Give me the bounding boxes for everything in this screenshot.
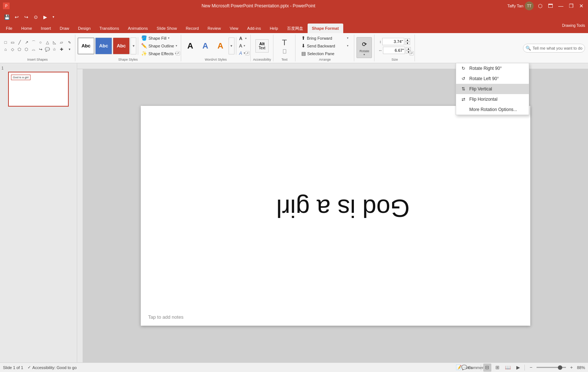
zoom-in-button[interactable]: + [567,364,576,372]
style-more[interactable]: ▾ [130,37,136,54]
tab-shapeformat[interactable]: Shape Format [308,24,343,33]
wordart-orange[interactable]: A [214,37,227,54]
tab-animations[interactable]: Animations [123,24,152,33]
shape-styles-launcher[interactable]: ↗ [176,51,180,56]
height-icon: ↕ [379,39,381,44]
quick-access-more[interactable]: ▾ [51,13,56,21]
selection-pane-button[interactable]: ▤ Selection Pane [299,50,351,57]
shape-triangle[interactable]: △ [44,39,51,46]
slide-thumbnail[interactable]: God is a girl [8,72,69,107]
shape-pentagon[interactable]: ⬠ [16,46,23,53]
tab-transitions[interactable]: Transitions [95,24,123,33]
shape-oval[interactable]: ○ [37,39,44,46]
ribbon-collapse-button[interactable]: 🗖 [547,2,554,10]
tab-design[interactable]: Design [74,24,95,33]
shape-callout[interactable]: 💬 [44,46,51,53]
shape-trapezoid[interactable]: ⌂ [2,46,9,53]
tab-record[interactable]: Record [181,24,203,33]
restore-button[interactable]: ❐ [567,2,575,10]
slideshow-button[interactable]: ▶ [514,364,522,372]
comments-button[interactable]: 💬 Comments [470,364,478,372]
height-input[interactable]: 3.74" [382,38,404,45]
tab-draw[interactable]: Draw [55,24,74,33]
ribbon-search[interactable]: 🔍 Tell me what you want to do [523,44,585,53]
shape-arrow-line[interactable]: ↗ [23,39,30,46]
tap-to-add-notes[interactable]: Tap to add notes [148,314,183,320]
style-preset-2[interactable]: Abc [95,37,112,54]
shapes-expand[interactable]: ▾ [66,46,73,53]
ribbon-group-arrange: ⬆ Bring Forward ▾ ⬇ Send Backward ▾ ▤ Se… [295,35,354,61]
more-rotation-option[interactable]: More Rotation Options... [456,104,529,115]
flip-horizontal-option[interactable]: ⇄ Flip Horizontal [456,94,529,104]
shape-edit-points[interactable]: ✎ [66,39,73,46]
style-preset-1[interactable]: Abc [78,37,94,54]
text-fill-button[interactable]: A ▾ [238,35,248,42]
shape-rect[interactable]: □ [2,39,9,46]
user-avatar[interactable]: TT [525,1,534,10]
tab-slideshow[interactable]: Slide Show [152,24,181,33]
height-down[interactable]: ▼ [405,42,410,45]
shape-outline-button[interactable]: ✏️ Shape Outline ▾ [140,42,179,49]
text-outline-button[interactable]: A ▾ [238,43,248,49]
shape-line[interactable]: ╱ [16,39,23,46]
tab-file[interactable]: File [1,24,17,33]
more-rotation-icon [460,107,466,112]
wordart-content: A A A ▾ A ▾ A ▾ A ▾ [183,35,248,57]
wordart-black[interactable]: A [183,37,197,54]
zoom-thumb[interactable] [558,365,562,370]
tab-view[interactable]: View [225,24,243,33]
reading-view-button[interactable]: 📖 [504,364,512,372]
width-input[interactable]: 6.67" [383,47,405,54]
tab-baiduabc[interactable]: 百度网盘 [283,24,308,33]
slide-canvas[interactable]: God is a girl Tap to add notes [141,106,530,326]
shape-right-triangle[interactable]: ◺ [51,39,58,46]
undo-button[interactable]: ↩ [12,13,21,21]
zoom-out-button[interactable]: − [527,364,535,372]
rotate-button[interactable]: ⟳ Rotate ▾ [356,37,372,58]
tab-addins[interactable]: Add-ins [243,24,265,33]
zoom-level[interactable]: 88% [577,365,585,370]
shape-hexagon[interactable]: ⬡ [23,46,30,53]
shape-parallelogram[interactable]: ▱ [58,39,65,46]
flip-vertical-option[interactable]: ⇅ Flip Vertical [456,84,529,94]
style-preset-3[interactable]: Abc [113,37,130,54]
present-button[interactable]: ▶ [41,13,49,21]
zoom-track[interactable] [537,367,566,368]
outline-icon: ✏️ [141,43,147,49]
shape-effects-button[interactable]: ✨ Shape Effects ▾ [140,50,179,57]
send-backward-button[interactable]: ⬇ Send Backward ▾ [299,42,351,49]
size-launcher[interactable]: ↗ [409,51,414,56]
height-up[interactable]: ▲ [405,38,410,42]
save-button[interactable]: 💾 [3,13,11,21]
user-area: Taffy Tan TT [507,1,534,10]
shape-star[interactable]: ☆ [51,46,58,53]
bring-forward-button[interactable]: ⬆ Bring Forward ▾ [299,35,351,42]
shape-diamond[interactable]: ◇ [9,46,16,53]
redo-button[interactable]: ↪ [22,13,30,21]
rotate-left-option[interactable]: ↺ Rotate Left 90° [456,74,529,84]
title-bar-left: P [3,3,10,9]
shape-rounded-rect[interactable]: ▭ [9,39,16,46]
wordart-launcher[interactable]: ↗ [245,51,250,56]
insert-shapes-label: Insert Shapes [27,58,48,61]
shape-arc[interactable]: ⌓ [30,46,37,53]
shape-fill-button[interactable]: 🪣 Shape Fill ▾ [140,35,179,42]
tab-help[interactable]: Help [265,24,283,33]
wordart-more[interactable]: ▾ [229,37,234,54]
rotate-right-option[interactable]: ↻ Rotate Right 90° [456,63,529,74]
shape-freeform[interactable]: ⌒ [30,39,37,46]
alt-text-icon-btn[interactable]: Alt Text [255,39,269,53]
shape-bent-arrow[interactable]: ↪ [37,46,44,53]
normal-view-button[interactable]: ⊟ [483,364,491,372]
touch-button[interactable]: ⊙ [32,13,40,21]
close-button[interactable]: ✕ [578,2,585,10]
tab-home[interactable]: Home [17,24,36,33]
share-button[interactable]: ⬡ [537,2,544,10]
slide-sorter-button[interactable]: ⊞ [494,364,502,372]
minimize-button[interactable]: — [557,2,564,10]
shape-cross[interactable]: ✚ [58,46,65,53]
tab-insert[interactable]: Insert [36,24,55,33]
wordart-blue[interactable]: A [198,37,212,54]
width-up[interactable]: ▲ [406,47,411,50]
tab-review[interactable]: Review [203,24,225,33]
